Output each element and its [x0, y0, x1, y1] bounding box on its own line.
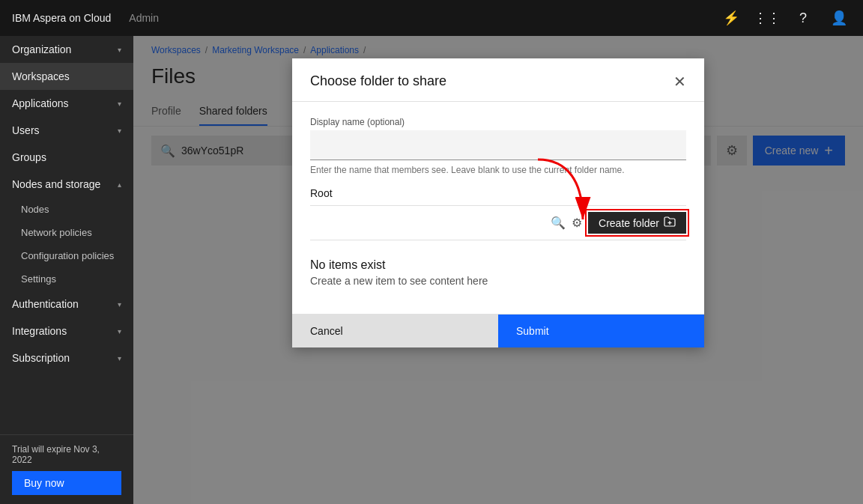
- folder-root-label: Root: [310, 187, 686, 199]
- sidebar-footer: Trial will expire Nov 3, 2022 Buy now: [0, 434, 133, 504]
- user-icon[interactable]: 👤: [827, 6, 851, 30]
- sidebar-item-network-policies[interactable]: Network policies: [0, 221, 133, 244]
- sidebar-item-applications[interactable]: Applications ▾: [0, 90, 133, 117]
- no-items-title: No items exist: [310, 258, 686, 272]
- main-layout: Organization ▾ Workspaces Applications ▾…: [0, 36, 863, 504]
- activity-icon[interactable]: ⚡: [719, 6, 743, 30]
- folder-search-icon[interactable]: 🔍: [551, 216, 566, 230]
- sidebar-item-nodes[interactable]: Nodes: [0, 198, 133, 221]
- cancel-button[interactable]: Cancel: [292, 315, 498, 347]
- navbar-icons: ⚡ ⋮⋮ ? 👤: [719, 6, 851, 30]
- chevron-down-icon: ▾: [118, 46, 121, 54]
- sidebar-item-integrations[interactable]: Integrations ▾: [0, 318, 133, 344]
- chevron-down-icon-integrations: ▾: [118, 327, 121, 336]
- chevron-down-icon-auth: ▾: [118, 300, 121, 309]
- sidebar-item-workspaces-label: Workspaces: [12, 70, 70, 82]
- modal-title: Choose folder to share: [310, 73, 446, 89]
- sidebar-item-integrations-label: Integrations: [12, 325, 67, 337]
- folder-toolbar: 🔍 ⚙ Create folder: [310, 205, 686, 240]
- sidebar-item-authentication-label: Authentication: [12, 298, 79, 310]
- sidebar-item-groups[interactable]: Groups: [0, 144, 133, 171]
- sidebar-item-subscription-label: Subscription: [12, 352, 70, 364]
- sidebar-item-authentication[interactable]: Authentication ▾: [0, 291, 133, 318]
- sidebar-item-settings[interactable]: Settings: [0, 267, 133, 291]
- sidebar-item-users-label: Users: [12, 124, 40, 136]
- chevron-down-icon-users: ▾: [118, 127, 121, 135]
- folder-section: Root 🔍 ⚙ Create folder: [310, 187, 686, 299]
- buy-now-button[interactable]: Buy now: [12, 471, 121, 495]
- sidebar-nav: Organization ▾ Workspaces Applications ▾…: [0, 36, 133, 434]
- sidebar: Organization ▾ Workspaces Applications ▾…: [0, 36, 133, 504]
- navbar-brand: IBM Aspera on Cloud: [12, 12, 111, 24]
- display-name-input[interactable]: [310, 130, 686, 160]
- create-folder-button[interactable]: Create folder: [588, 212, 686, 234]
- submit-button[interactable]: Submit: [498, 315, 704, 347]
- navbar: IBM Aspera on Cloud Admin ⚡ ⋮⋮ ? 👤: [0, 0, 863, 36]
- sidebar-item-users[interactable]: Users ▾: [0, 117, 133, 144]
- sidebar-item-organization-label: Organization: [12, 43, 71, 55]
- no-items-description: Create a new item to see content here: [310, 275, 686, 287]
- modal-close-button[interactable]: ✕: [673, 74, 686, 89]
- navbar-left: IBM Aspera on Cloud Admin: [12, 12, 159, 24]
- folder-icon: [664, 216, 676, 229]
- sidebar-item-nodes-storage-label: Nodes and storage: [12, 178, 100, 190]
- modal-footer: Cancel Submit: [292, 314, 704, 347]
- trial-expiry-text: Trial will expire Nov 3, 2022: [12, 444, 121, 465]
- folder-settings-icon[interactable]: ⚙: [572, 216, 582, 230]
- apps-icon[interactable]: ⋮⋮: [755, 6, 779, 30]
- no-items-section: No items exist Create a new item to see …: [310, 246, 686, 299]
- sidebar-item-applications-label: Applications: [12, 97, 69, 109]
- modal: Choose folder to share ✕ Display name (o…: [292, 58, 704, 347]
- modal-overlay: Choose folder to share ✕ Display name (o…: [133, 36, 863, 504]
- modal-header: Choose folder to share ✕: [292, 58, 704, 102]
- sidebar-item-subscription[interactable]: Subscription ▾: [0, 344, 133, 371]
- display-name-hint: Enter the name that members see. Leave b…: [310, 165, 686, 175]
- main-content: Workspaces / Marketing Workspace / Appli…: [133, 36, 863, 504]
- help-icon[interactable]: ?: [791, 6, 815, 30]
- sidebar-item-organization[interactable]: Organization ▾: [0, 36, 133, 63]
- modal-body: Display name (optional) Enter the name t…: [292, 102, 704, 314]
- display-name-label: Display name (optional): [310, 117, 686, 127]
- navbar-admin-label: Admin: [129, 12, 159, 24]
- sidebar-item-nodes-storage[interactable]: Nodes and storage ▴: [0, 171, 133, 198]
- chevron-up-icon-nodes: ▴: [118, 180, 121, 189]
- chevron-down-icon-apps: ▾: [118, 100, 121, 108]
- chevron-down-icon-subscription: ▾: [118, 354, 121, 362]
- sidebar-item-config-policies[interactable]: Configuration policies: [0, 244, 133, 267]
- sidebar-item-groups-label: Groups: [12, 151, 46, 163]
- sidebar-item-workspaces[interactable]: Workspaces: [0, 63, 133, 90]
- create-folder-label: Create folder: [599, 217, 659, 229]
